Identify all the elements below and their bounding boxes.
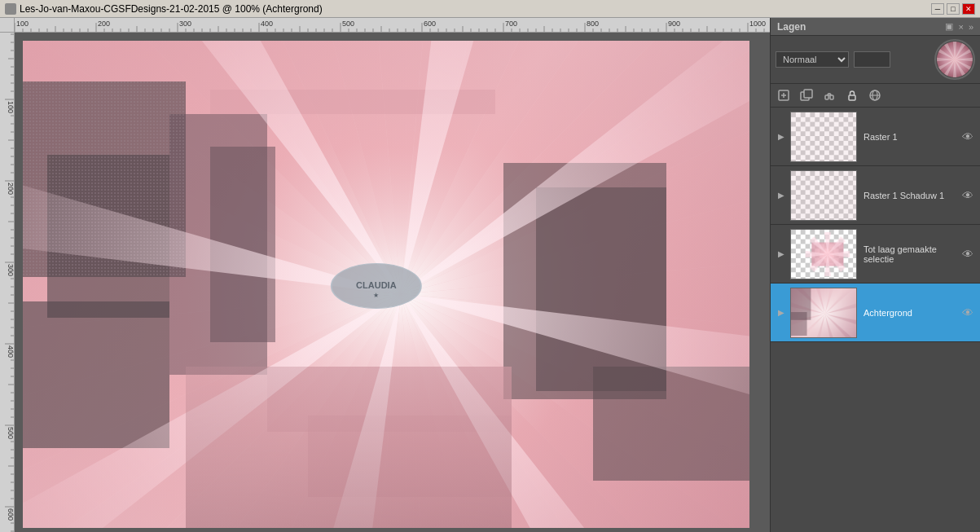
svg-rect-6 [830,95,833,99]
svg-rect-5 [825,95,828,99]
layer-name-shadow: Raster 1 Schaduw 1 [860,191,957,200]
image-canvas[interactable] [15,33,770,532]
ruler-horizontal [15,18,770,33]
lock-icon[interactable] [844,87,860,103]
window-controls: ─ □ ✕ [931,3,975,15]
ruler-vertical [0,18,15,532]
layer-name-selectie: Tot laag gemaakte selectie [860,244,957,264]
layer-expand-achtergrond[interactable]: ▶ [776,307,787,319]
canvas-area [0,18,770,532]
panel-header-icons: ▣ × » [945,21,973,32]
layers-panel: Lagen ▣ × » Normaal Vermenigvuldigen Sch… [770,18,980,532]
layer-visibility-shadow[interactable]: 👁 [960,188,975,203]
layers-header: Lagen ▣ × » [771,18,980,36]
minimize-button[interactable]: ─ [931,3,944,15]
layer-thumb-shadow [790,170,857,221]
layers-list[interactable]: ▶ Raster 1 👁 ▶ Raster 1 Schaduw 1 👁 ▶ [771,108,980,532]
window-title: Les-Jo-van-Maxou-CGSFDesigns-21-02-2015 … [20,3,323,15]
opacity-input[interactable]: 100 [854,51,890,68]
maximize-button[interactable]: □ [947,3,960,15]
title-bar: Les-Jo-van-Maxou-CGSFDesigns-21-02-2015 … [0,0,980,18]
panel-icon-3: » [969,22,973,32]
layer-thumb-selectie [790,229,857,279]
layer-expand-raster1[interactable]: ▶ [776,131,787,143]
layer-expand-shadow[interactable]: ▶ [776,190,787,201]
layer-tools-row [771,84,980,108]
panel-icon-1: ▣ [945,21,953,32]
layer-thumb-raster1 [790,112,857,162]
layer-visibility-achtergrond[interactable]: 👁 [960,306,975,320]
layer-item-raster1[interactable]: ▶ Raster 1 👁 [771,108,980,166]
layer-item-achtergrond[interactable]: ▶ Achtergrond 👁 [771,284,980,342]
layer-item-selectie[interactable]: ▶ Tot laag gemaakte selectie 👁 [771,225,980,284]
blend-opacity-row: Normaal Vermenigvuldigen Scherm 100 [771,36,980,84]
svg-rect-4 [804,90,812,98]
layers-panel-title: Lagen [777,21,806,33]
new-layer-icon[interactable] [776,87,792,103]
blend-mode-select[interactable]: Normaal Vermenigvuldigen Scherm [776,51,849,68]
main-area: Lagen ▣ × » Normaal Vermenigvuldigen Sch… [0,18,980,532]
layer-name-achtergrond: Achtergrond [860,308,957,318]
layer-item-raster1-shadow[interactable]: ▶ Raster 1 Schaduw 1 👁 [771,166,980,225]
panel-icon-2: × [958,22,963,32]
globe-icon[interactable] [867,87,883,103]
duplicate-icon[interactable] [798,87,815,103]
ruler-corner [0,18,15,33]
app-icon [5,3,16,15]
svg-rect-8 [849,95,855,100]
layer-visibility-raster1[interactable]: 👁 [960,130,975,144]
layer-preview-circle [934,39,975,80]
title-bar-left: Les-Jo-van-Maxou-CGSFDesigns-21-02-2015 … [5,3,323,15]
link-icon[interactable] [821,87,837,103]
layer-name-raster1: Raster 1 [860,132,957,142]
layer-expand-selectie[interactable]: ▶ [776,248,787,260]
layer-visibility-selectie[interactable]: 👁 [960,247,975,262]
close-button[interactable]: ✕ [962,3,975,15]
layer-thumb-achtergrond [790,288,857,338]
